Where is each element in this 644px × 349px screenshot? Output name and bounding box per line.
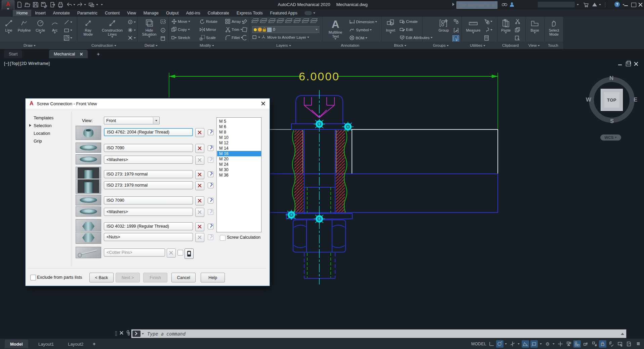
row-field-cotter-pins[interactable]: <Cotter Pins> — [104, 248, 165, 257]
ribbon-tab-annotate[interactable]: Annotate — [49, 10, 74, 16]
row-field-washer-2[interactable]: ISO 7090 — [104, 196, 193, 204]
signin-name[interactable] — [538, 2, 575, 7]
dialog-title-bar[interactable]: A Screw Connection - Front View — [26, 99, 270, 109]
nav-templates[interactable]: Templates — [34, 115, 53, 120]
signin-dropdown[interactable] — [577, 4, 579, 5]
panel-label-construction[interactable]: Construction — [91, 42, 116, 49]
row-remove-nuts-button[interactable] — [195, 233, 204, 242]
construction-settings-dropdown[interactable] — [128, 35, 136, 40]
panel-label-draw[interactable]: Draw — [24, 42, 36, 49]
size-option[interactable]: M 12 — [217, 140, 261, 146]
row-check-screw[interactable] — [208, 129, 213, 135]
create-block-button[interactable]: Create — [400, 19, 418, 24]
size-option[interactable]: M 20 — [217, 156, 261, 162]
quick-select-icon[interactable] — [484, 19, 492, 24]
cut-icon[interactable] — [515, 19, 520, 24]
group-button[interactable]: Group — [436, 18, 451, 32]
file-tab-start[interactable]: Start — [4, 50, 22, 58]
customization-menu-icon[interactable]: ≡ — [635, 340, 642, 348]
panel-label-modify[interactable]: Modify — [200, 42, 214, 49]
viewcube-south[interactable]: S — [610, 118, 614, 125]
multiline-text-button[interactable]: A Multiline Text — [325, 18, 346, 40]
edit-block-button[interactable]: Edit — [400, 27, 413, 32]
snap-mode-toggle[interactable] — [496, 340, 504, 348]
row-check-hole-2[interactable] — [208, 183, 213, 188]
move-button[interactable]: Move — [171, 19, 190, 24]
rotate-button[interactable]: Rotate — [200, 19, 217, 24]
ribbon-tab-manage[interactable]: Manage — [140, 10, 162, 16]
viewport-controls[interactable]: [−][Top][2D Wireframe] — [4, 61, 50, 66]
annotation-scale-icon[interactable] — [582, 340, 590, 348]
panel-label-clipboard[interactable]: Clipboard — [502, 42, 519, 49]
help-icon[interactable]: ? — [614, 2, 620, 7]
scale-button[interactable]: Scale — [200, 35, 216, 40]
row-remove-hole-2-button[interactable] — [195, 181, 204, 190]
detail-view-icon[interactable]: A — [160, 28, 166, 33]
select-mode-button[interactable]: Select Mode — [546, 18, 562, 36]
mirror-button[interactable]: Mirror — [200, 27, 216, 32]
nav-grip[interactable]: Grip — [34, 139, 42, 144]
search-expand-arrow[interactable] — [452, 3, 454, 6]
panel-label-view[interactable]: View — [528, 42, 540, 49]
polyline-button[interactable]: Polyline — [16, 18, 32, 32]
transfer-button[interactable] — [49, 1, 56, 8]
new-file-button[interactable] — [16, 1, 23, 8]
ribbon-options-dropdown[interactable] — [313, 12, 315, 14]
command-prompt-icon[interactable] — [132, 331, 140, 337]
dyninput-dropdown[interactable] — [538, 340, 542, 348]
search-icon[interactable] — [501, 2, 508, 7]
row-check-washers-1[interactable] — [208, 157, 213, 163]
help-button[interactable]: Help — [201, 273, 225, 282]
ribbon-tab-view[interactable]: View — [123, 10, 140, 16]
symbol-button[interactable]: ASymbol — [349, 27, 372, 32]
row-check-cotter-pins[interactable] — [177, 250, 183, 256]
row-remove-screw-button[interactable] — [195, 128, 204, 137]
viewport-restore-button[interactable] — [626, 62, 631, 66]
line-button[interactable]: Line — [2, 18, 15, 34]
open-file-button[interactable] — [24, 1, 31, 8]
plot-button[interactable] — [57, 1, 64, 8]
command-line-wrench-icon[interactable] — [125, 330, 130, 336]
row-remove-cotter-pins-button[interactable] — [167, 248, 176, 258]
close-tab-icon[interactable] — [80, 52, 83, 56]
model-space-indicator[interactable]: MODEL — [471, 342, 486, 346]
fillet-button[interactable]: Fillet — [225, 35, 243, 40]
row-field-nuts[interactable]: <Nuts> — [104, 233, 193, 241]
user-avatar-icon[interactable] — [510, 2, 514, 7]
save-as-button[interactable] — [40, 1, 47, 8]
snap-dropdown[interactable] — [504, 340, 508, 348]
hide-situation-button[interactable]: Hide Situation — [139, 18, 159, 38]
grid-display-toggle[interactable] — [488, 340, 495, 348]
row-check-nuts[interactable] — [208, 234, 213, 240]
size-option[interactable]: M 10 — [217, 135, 261, 140]
export-layout-icon[interactable] — [625, 340, 633, 348]
paste-button[interactable]: Paste — [499, 18, 513, 34]
layer-freeze-icon[interactable] — [286, 18, 291, 23]
viewport-minimize-button[interactable] — [618, 62, 622, 66]
row-field-screw[interactable]: ISO 4762: 2004 (Regular Thread) — [104, 128, 193, 136]
insert-button[interactable]: Insert — [383, 18, 398, 34]
cancel-button[interactable]: Cancel — [171, 273, 196, 282]
ortho-dropdown[interactable] — [516, 340, 520, 348]
ribbon-tab-addins[interactable]: Add-ins — [182, 10, 204, 16]
layer-state-icon[interactable] — [260, 18, 266, 23]
object-isolate-icon[interactable] — [616, 340, 624, 348]
layer-lock-icon[interactable] — [303, 18, 308, 23]
bom-button[interactable]: BOM — [349, 35, 367, 40]
command-input-placeholder[interactable]: Type a command — [147, 331, 186, 337]
hatch-dropdown[interactable] — [64, 35, 72, 41]
new-layout-button[interactable]: + — [93, 341, 95, 347]
size-option[interactable]: M 14 — [217, 146, 261, 151]
workspace-dropdown[interactable] — [96, 4, 98, 5]
row-remove-washers-1-button[interactable] — [195, 156, 204, 165]
dimension-button[interactable]: Dimension — [349, 19, 377, 24]
nav-location[interactable]: Location — [34, 131, 50, 136]
stretch-button[interactable]: Stretch — [171, 35, 190, 40]
file-tab-mechanical[interactable]: Mechanical — [49, 50, 88, 58]
base-button[interactable]: Base — [528, 18, 542, 34]
row-check-nut[interactable] — [208, 224, 213, 229]
exclude-parts-checkbox[interactable] — [30, 275, 36, 280]
ray-mode-button[interactable]: Ray Mode — [80, 18, 96, 36]
row-field-washer-1[interactable]: ISO 7090 — [104, 144, 193, 152]
size-option[interactable]: M 30 — [217, 167, 261, 172]
